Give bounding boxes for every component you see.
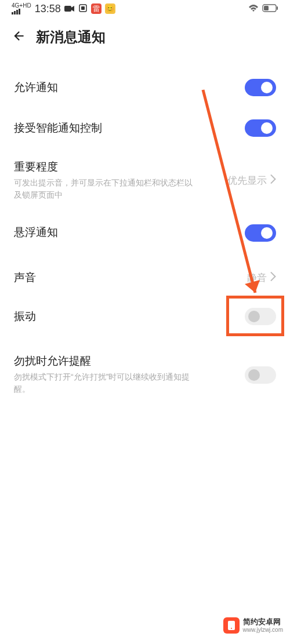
desc-importance: 可发出提示音，并可显示在下拉通知栏和状态栏以及锁屏页面中: [14, 177, 200, 201]
label-smart-control: 接受智能通知控制: [14, 121, 245, 136]
label-dnd: 勿扰时允许提醒: [14, 354, 245, 369]
app-badge-2: 😊: [105, 3, 115, 14]
app-badge-1: 雷: [91, 3, 102, 14]
settings-list: 允许通知 接受智能通知控制 重要程度 可发出提示音，并可显示在下拉通知栏和状态栏…: [0, 56, 290, 407]
watermark: 简约安卓网 www.jylzwj.com: [223, 617, 283, 634]
row-sound[interactable]: 声音 静音: [0, 259, 290, 297]
status-right: [248, 4, 278, 14]
battery-icon: [262, 4, 278, 14]
svg-rect-2: [81, 6, 85, 10]
watermark-logo-icon: [223, 617, 240, 634]
chevron-right-icon: [270, 272, 276, 283]
row-importance[interactable]: 重要程度 可发出提示音，并可显示在下拉通知栏和状态栏以及锁屏页面中 优先显示: [0, 148, 290, 213]
toggle-floating[interactable]: [245, 224, 276, 242]
page-header: 新消息通知: [0, 17, 290, 56]
toggle-smart-control[interactable]: [245, 119, 276, 137]
wifi-icon: [248, 4, 259, 14]
value-importance: 优先显示: [227, 174, 267, 187]
toggle-vibration[interactable]: [245, 308, 276, 325]
row-dnd[interactable]: 勿扰时允许提醒 勿扰模式下打开“允许打扰”时可以继续收到通知提醒。: [0, 343, 290, 407]
page-title: 新消息通知: [36, 28, 106, 46]
row-floating[interactable]: 悬浮通知: [0, 213, 290, 253]
status-left: 4G+HD 13:58 雷 😊: [12, 3, 115, 15]
camera-icon: [64, 4, 75, 14]
svg-rect-5: [264, 6, 269, 10]
label-floating: 悬浮通知: [14, 225, 245, 240]
value-sound: 静音: [247, 271, 267, 285]
back-arrow-icon[interactable]: [12, 28, 27, 46]
row-vibration[interactable]: 振动: [0, 296, 290, 337]
label-vibration: 振动: [14, 310, 245, 324]
row-smart-control[interactable]: 接受智能通知控制: [0, 108, 290, 148]
toggle-dnd[interactable]: [245, 366, 276, 384]
status-bar: 4G+HD 13:58 雷 😊: [0, 0, 290, 17]
watermark-url: www.jylzwj.com: [243, 627, 283, 634]
network-indicator: 4G+HD: [12, 3, 31, 14]
watermark-title: 简约安卓网: [243, 618, 283, 627]
label-allow-notifications: 允许通知: [14, 81, 245, 95]
chevron-right-icon: [270, 174, 276, 186]
svg-point-9: [231, 628, 232, 629]
label-importance: 重要程度: [14, 160, 227, 174]
toggle-allow-notifications[interactable]: [245, 79, 276, 96]
network-label: 4G+HD: [12, 3, 31, 9]
row-allow-notifications[interactable]: 允许通知: [0, 67, 290, 108]
desc-dnd: 勿扰模式下打开“允许打扰”时可以继续收到通知提醒。: [14, 371, 200, 395]
label-sound: 声音: [14, 271, 247, 285]
screenshot-icon: [78, 3, 88, 14]
svg-rect-0: [64, 6, 71, 12]
clock: 13:58: [35, 3, 61, 15]
signal-bars-icon: [12, 9, 20, 14]
svg-rect-4: [277, 6, 278, 10]
